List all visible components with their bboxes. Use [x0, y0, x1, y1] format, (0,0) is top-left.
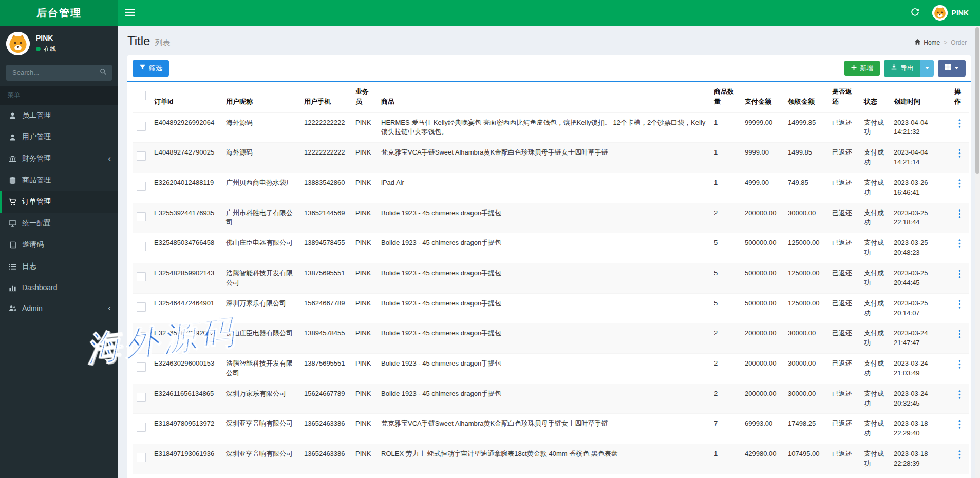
order-id-cell: E317598198786146: [150, 474, 222, 478]
row-actions-button[interactable]: [955, 389, 964, 403]
finance-bank-icon: [8, 155, 17, 163]
sidebar-item-1[interactable]: 员工管理: [0, 105, 118, 126]
received-amount-cell: 30000.00: [784, 203, 828, 233]
row-actions-button[interactable]: [955, 359, 964, 373]
row-checkbox[interactable]: [137, 182, 146, 191]
row-actions-button[interactable]: [955, 299, 964, 313]
row-checkbox[interactable]: [137, 332, 146, 341]
sidebar: PINK 在线 菜单 员工管理用户管理财务管理‹商品管理订单管理统一配置邀请码日…: [0, 26, 118, 478]
row-actions-button[interactable]: [955, 118, 964, 132]
export-button[interactable]: 导出: [884, 60, 920, 77]
log-list-icon: [8, 263, 17, 271]
breadcrumb-home-link[interactable]: Home: [914, 39, 940, 47]
sidebar-toggle-button[interactable]: [118, 0, 142, 26]
product-database-icon: [8, 177, 17, 184]
column-selector-button[interactable]: [938, 60, 966, 77]
row-actions-button[interactable]: [955, 178, 964, 192]
row-checkbox[interactable]: [137, 362, 146, 372]
row-actions-button[interactable]: [955, 148, 964, 162]
created-time-cell: 2023-03-25 22:18:44: [890, 203, 950, 233]
row-actions-button[interactable]: [955, 449, 964, 463]
filter-button[interactable]: 筛选: [133, 60, 169, 77]
order-id-cell: E326204012488119: [150, 173, 222, 203]
received-amount-cell: 30000.00: [784, 474, 828, 478]
sidebar-item-8[interactable]: 日志: [0, 256, 118, 277]
sidebar-item-10[interactable]: Admin‹: [0, 298, 118, 318]
created-time-cell: 2023-03-25 20:44:45: [890, 263, 950, 294]
user-phone-cell: 13652463386: [300, 444, 351, 474]
sidebar-user-status[interactable]: 在线: [36, 45, 56, 53]
sidebar-item-2[interactable]: 用户管理: [0, 126, 118, 148]
dashboard-chart-icon: [8, 284, 17, 292]
row-actions-button[interactable]: [955, 329, 964, 342]
salesman-cell: PINK: [351, 173, 377, 203]
scrollbar-thumb[interactable]: [975, 27, 979, 174]
breadcrumb-current: Order: [951, 39, 967, 46]
row-actions-button[interactable]: [955, 419, 964, 433]
user-phone-cell: 15624667789: [300, 384, 351, 414]
orders-box: 筛选 新增 导出: [127, 55, 971, 478]
column-header: 操作: [950, 82, 969, 112]
return-status-cell: 已返还: [828, 263, 860, 294]
grid-toolbar: 筛选 新增 导出: [127, 55, 971, 81]
row-checkbox[interactable]: [137, 302, 146, 312]
salesman-cell: PINK: [351, 384, 377, 414]
user-menu[interactable]: PINK: [926, 0, 975, 26]
sidebar-item-5[interactable]: 订单管理: [0, 191, 118, 213]
user-nickname-cell: 深圳万家乐有限公司: [222, 293, 300, 323]
pay-amount-cell: 500000.00: [741, 233, 784, 263]
product-name-cell: Bolide 1923 - 45 chimeres dragon手提包: [377, 323, 710, 354]
sidebar-user-info: PINK 在线: [36, 34, 56, 53]
row-actions-button[interactable]: [955, 238, 964, 252]
select-all-checkbox[interactable]: [137, 91, 146, 100]
search-input[interactable]: [6, 65, 95, 81]
column-header: 商品数量: [710, 82, 741, 112]
order-status-cell: 支付成功: [860, 414, 890, 444]
sidebar-item-4[interactable]: 商品管理: [0, 169, 118, 191]
return-status-cell: 已返还: [828, 474, 860, 478]
column-header: 状态: [860, 82, 890, 112]
export-caret-button[interactable]: [920, 60, 934, 77]
product-name-cell: iPad Air: [377, 173, 710, 203]
sidebar-user-avatar: [6, 32, 30, 55]
column-header: 创建时间: [890, 82, 950, 112]
row-checkbox[interactable]: [137, 453, 146, 462]
row-checkbox[interactable]: [137, 393, 146, 402]
user-phone-cell: 13875695551: [300, 354, 351, 384]
user-nickname-cell: 佛山庄臣电器有限公司: [222, 233, 300, 263]
row-checkbox[interactable]: [137, 242, 146, 251]
return-status-cell: 已返还: [828, 203, 860, 233]
search-button[interactable]: [95, 65, 112, 81]
row-actions-button[interactable]: [955, 269, 964, 282]
created-time-cell: 2023-03-24 21:03:49: [890, 354, 950, 384]
sidebar-item-label: 用户管理: [22, 132, 51, 142]
vertical-scrollbar: [975, 26, 980, 478]
pay-amount-cell: 500000.00: [741, 263, 784, 294]
sidebar-item-7[interactable]: 邀请码: [0, 234, 118, 256]
row-checkbox[interactable]: [137, 423, 146, 432]
row-checkbox[interactable]: [137, 272, 146, 281]
return-status-cell: 已返还: [828, 444, 860, 474]
add-button[interactable]: 新增: [844, 61, 880, 77]
brand-logo[interactable]: 后台管理: [0, 0, 118, 26]
return-status-cell: 已返还: [828, 354, 860, 384]
chevron-left-icon: ‹: [108, 304, 111, 312]
row-checkbox[interactable]: [137, 122, 146, 131]
table-row: E318497193061936深圳亚亨音响有限公司13652463386PIN…: [133, 444, 969, 474]
order-status-cell: 支付成功: [860, 233, 890, 263]
row-checkbox[interactable]: [137, 212, 146, 221]
sidebar-item-3[interactable]: 财务管理‹: [0, 148, 118, 169]
pay-amount-cell: 200000.00: [741, 474, 784, 478]
sidebar-item-9[interactable]: Dashboard: [0, 277, 118, 298]
product-name-cell: HERMES 爱马仕 Kelly经典晚宴包 亮面密西西比鳄鱼皮钱包，镶把Kell…: [377, 112, 710, 143]
product-name-cell: 梵克雅宝VCA手链Sweet Alhambra黄K金配白色珍珠贝母手链女士四叶草…: [377, 143, 710, 173]
refresh-button[interactable]: [904, 0, 926, 26]
table-row: E324630296000153浩腾智能科技开发有限公司13875695551P…: [133, 354, 969, 384]
row-checkbox[interactable]: [137, 151, 146, 161]
table-row: E326204012488119广州贝西商电热水袋厂13883542860PIN…: [133, 173, 969, 203]
pay-amount-cell: 500000.00: [741, 293, 784, 323]
orders-tbody: E404892926992064海外源码12222222222PINKHERME…: [133, 112, 969, 478]
table-grid-icon: [945, 64, 951, 73]
sidebar-item-6[interactable]: 统一配置: [0, 213, 118, 234]
row-actions-button[interactable]: [955, 208, 964, 222]
